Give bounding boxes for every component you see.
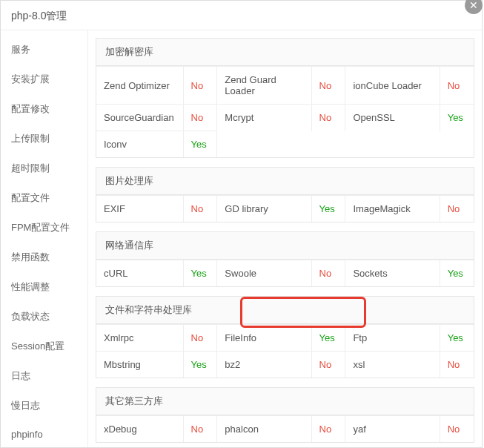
ext-name: Swoole — [217, 260, 311, 287]
php-manager-modal: ✕ php-8.0管理 服务安装扩展配置修改上传限制超时限制配置文件FPM配置文… — [0, 0, 483, 448]
section-4: 其它第三方库xDebugNophalconNoyafNo — [96, 387, 474, 443]
ext-status: Yes — [440, 260, 474, 287]
table-row: XmlrpcNoFileInfoYesFtpYes — [96, 325, 474, 352]
sidebar-item-12[interactable]: 慢日志 — [1, 391, 87, 421]
section-title: 图片处理库 — [96, 168, 474, 195]
section-title: 文件和字符串处理库 — [96, 297, 474, 324]
extension-table: cURLYesSwooleNoSocketsYes — [96, 260, 474, 286]
sidebar-item-13[interactable]: phpinfo — [1, 421, 87, 448]
table-row: cURLYesSwooleNoSocketsYes — [96, 260, 474, 287]
ext-name: Zend Optimizer — [96, 67, 183, 105]
sidebar-item-11[interactable]: 日志 — [1, 361, 87, 391]
ext-name: Mbstring — [96, 352, 183, 378]
sidebar-item-6[interactable]: FPM配置文件 — [1, 213, 87, 243]
table-row: EXIFNoGD libraryYesImageMagickNo — [96, 196, 474, 223]
ext-status: Yes — [183, 352, 217, 378]
ext-status: No — [311, 416, 345, 443]
ext-name: yaf — [345, 416, 440, 443]
ext-status: No — [183, 196, 217, 223]
extension-table: Zend OptimizerNoZend Guard LoaderNoionCu… — [96, 66, 474, 157]
ext-status: Yes — [440, 325, 474, 352]
section-title: 网络通信库 — [96, 232, 474, 260]
sidebar-item-4[interactable]: 超时限制 — [1, 154, 87, 183]
sidebar-item-8[interactable]: 性能调整 — [1, 272, 87, 302]
sidebar-item-7[interactable]: 禁用函数 — [1, 243, 87, 272]
sidebar-item-3[interactable]: 上传限制 — [1, 124, 87, 154]
ext-status — [311, 131, 345, 158]
ext-name: Iconv — [96, 131, 183, 158]
ext-status: No — [183, 67, 217, 105]
ext-name: Xmlrpc — [96, 325, 183, 352]
ext-name: cURL — [96, 260, 183, 287]
table-row: IconvYes — [96, 131, 474, 158]
ext-name — [217, 131, 311, 158]
table-row: MbstringYesbz2NoxslNo — [96, 352, 474, 378]
table-row: Zend OptimizerNoZend Guard LoaderNoionCu… — [96, 67, 474, 105]
ext-status: No — [311, 105, 345, 131]
ext-name: Zend Guard Loader — [217, 67, 311, 105]
extension-table: xDebugNophalconNoyafNo — [96, 415, 474, 442]
ext-status: No — [183, 325, 217, 352]
ext-status: No — [440, 67, 474, 105]
ext-name: EXIF — [96, 196, 183, 223]
ext-status: No — [311, 67, 345, 105]
table-row: SourceGuardianNoMcryptNoOpenSSLYes — [96, 105, 474, 131]
ext-status: No — [440, 416, 474, 443]
ext-name: xsl — [345, 352, 440, 378]
ext-name: ionCube Loader — [345, 67, 440, 105]
ext-name: GD library — [217, 196, 311, 223]
sidebar-item-10[interactable]: Session配置 — [1, 332, 87, 361]
ext-status: No — [183, 416, 217, 443]
section-3: 文件和字符串处理库XmlrpcNoFileInfoYesFtpYesMbstri… — [96, 296, 474, 378]
ext-status: No — [440, 196, 474, 223]
section-2: 网络通信库cURLYesSwooleNoSocketsYes — [96, 231, 474, 287]
extension-table: XmlrpcNoFileInfoYesFtpYesMbstringYesbz2N… — [96, 324, 474, 378]
ext-name: Mcrypt — [217, 105, 311, 131]
ext-status: Yes — [311, 196, 345, 223]
ext-name: OpenSSL — [345, 105, 440, 131]
sidebar-item-1[interactable]: 安装扩展 — [1, 65, 87, 94]
ext-name: FileInfo — [217, 325, 311, 352]
ext-name: ImageMagick — [345, 196, 440, 223]
ext-name: SourceGuardian — [96, 105, 183, 131]
section-title: 其它第三方库 — [96, 388, 474, 415]
ext-name — [345, 131, 440, 158]
close-glyph: ✕ — [469, 0, 478, 11]
ext-status: Yes — [183, 260, 217, 287]
ext-status: No — [311, 260, 345, 287]
ext-status: Yes — [311, 325, 345, 352]
sidebar: 服务安装扩展配置修改上传限制超时限制配置文件FPM配置文件禁用函数性能调整负载状… — [1, 30, 88, 447]
sidebar-item-9[interactable]: 负载状态 — [1, 302, 87, 332]
section-1: 图片处理库EXIFNoGD libraryYesImageMagickNo — [96, 167, 474, 223]
sidebar-item-2[interactable]: 配置修改 — [1, 94, 87, 124]
modal-title-bar: php-8.0管理 — [1, 1, 482, 30]
section-0: 加密解密库Zend OptimizerNoZend Guard LoaderNo… — [96, 38, 474, 158]
ext-status: Yes — [183, 131, 217, 158]
sidebar-item-0[interactable]: 服务 — [1, 35, 87, 65]
extension-table: EXIFNoGD libraryYesImageMagickNo — [96, 195, 474, 222]
modal-title: php-8.0管理 — [11, 10, 67, 22]
ext-status — [440, 131, 474, 158]
ext-name: Ftp — [345, 325, 440, 352]
ext-name: bz2 — [217, 352, 311, 378]
section-title: 加密解密库 — [96, 39, 474, 66]
ext-name: Sockets — [345, 260, 440, 287]
table-row: xDebugNophalconNoyafNo — [96, 416, 474, 443]
ext-status: No — [440, 352, 474, 378]
sidebar-item-5[interactable]: 配置文件 — [1, 183, 87, 213]
ext-name: phalcon — [217, 416, 311, 443]
ext-status: No — [311, 352, 345, 378]
ext-name: xDebug — [96, 416, 183, 443]
ext-status: Yes — [440, 105, 474, 131]
ext-status: No — [183, 105, 217, 131]
main-panel: 加密解密库Zend OptimizerNoZend Guard LoaderNo… — [88, 30, 482, 447]
